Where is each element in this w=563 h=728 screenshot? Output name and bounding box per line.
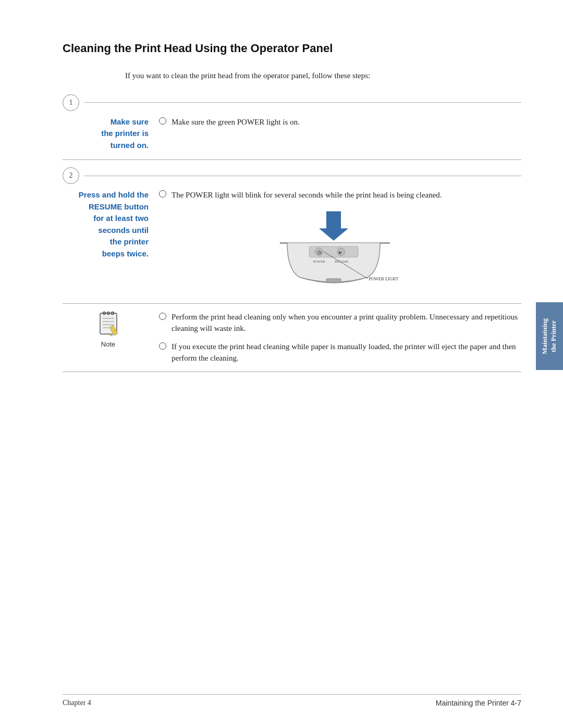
svg-text:▶: ▶ — [339, 249, 342, 254]
note-content: Perform the print head cleaning only whe… — [159, 311, 521, 364]
step2-bullet1-text: The POWER light will blink for several s… — [172, 189, 521, 201]
step1-line — [84, 102, 521, 103]
note-icon — [96, 311, 121, 338]
page-title: Cleaning the Print Head Using the Operat… — [63, 42, 521, 55]
step2-line — [84, 176, 521, 176]
note-bullet2: If you execute the print head cleaning w… — [159, 341, 521, 364]
svg-rect-9 — [326, 278, 341, 282]
main-content: Cleaning the Print Head Using the Operat… — [63, 42, 521, 372]
right-tab-text: Maintainingthe Printer — [541, 318, 558, 354]
printer-illustration: ⏻ POWER ▶ RESUME — [255, 206, 412, 285]
step1-content: Make sure the green POWER light is on. — [159, 113, 521, 152]
note-bullet-circle1 — [159, 313, 166, 320]
svg-marker-0 — [319, 211, 348, 240]
svg-text:POWER LIGHT: POWER LIGHT — [369, 276, 399, 281]
intro-text: If you want to clean the print head from… — [125, 70, 521, 82]
step1-bullet1-text: Make sure the green POWER light is on. — [172, 116, 521, 128]
note-section: Note Perform the print head cleaning onl… — [63, 304, 521, 372]
footer-right: Maintaining the Printer 4-7 — [436, 699, 521, 707]
step1-header: 1 — [63, 94, 521, 111]
svg-text:⏻: ⏻ — [317, 249, 322, 254]
note-bullet1: Perform the print head cleaning only whe… — [159, 311, 521, 335]
note-bullet2-text: If you execute the print head cleaning w… — [172, 341, 521, 364]
note-label-text: Note — [101, 340, 115, 348]
right-tab: Maintainingthe Printer — [536, 302, 563, 370]
step2-header: 2 — [63, 167, 521, 184]
step1-number: 1 — [63, 94, 79, 111]
printer-diagram: ⏻ POWER ▶ RESUME — [255, 206, 422, 290]
page-footer: Chapter 4 Maintaining the Printer 4-7 — [63, 694, 521, 707]
note-icon-area: Note — [63, 311, 159, 348]
page-container: Maintainingthe Printer Cleaning the Prin… — [0, 0, 563, 728]
step2-content: The POWER light will blink for several s… — [159, 186, 521, 295]
footer-chapter: Chapter 4 — [63, 699, 91, 707]
step1-body: Make surethe printer isturned on. Make s… — [63, 113, 521, 161]
step2-bullet1: The POWER light will blink for several s… — [159, 189, 521, 201]
svg-text:POWER: POWER — [313, 259, 326, 263]
bullet-circle-icon — [159, 117, 166, 125]
bullet-circle-icon2 — [159, 190, 166, 198]
step2-label: Press and hold theRESUME buttonfor at le… — [63, 186, 159, 295]
step2-number: 2 — [63, 167, 79, 184]
step2-body: Press and hold theRESUME buttonfor at le… — [63, 186, 521, 303]
note-bullet-circle2 — [159, 342, 166, 350]
step1-label: Make surethe printer isturned on. — [63, 113, 159, 152]
note-bullet1-text: Perform the print head cleaning only whe… — [172, 311, 521, 335]
step1-bullet1: Make sure the green POWER light is on. — [159, 116, 521, 128]
